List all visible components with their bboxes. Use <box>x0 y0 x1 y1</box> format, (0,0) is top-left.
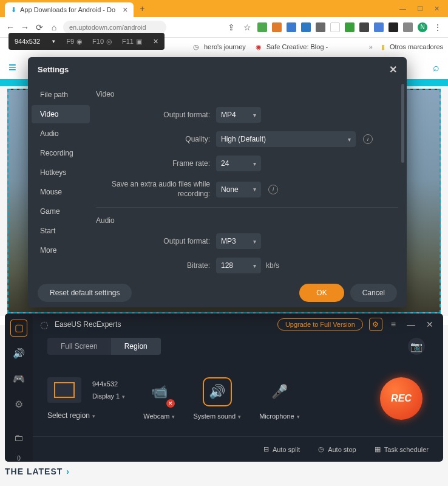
recorder-title: EaseUS RecExperts <box>55 320 121 329</box>
sidebar-item-video[interactable]: Video <box>32 105 90 123</box>
profile-avatar[interactable]: N <box>418 22 427 32</box>
sidebar-item-audio[interactable]: Audio <box>32 125 90 143</box>
bookmark-hero[interactable]: hero's journey <box>204 43 246 50</box>
settings-sidebar: File path Video Audio Recording Hotkeys … <box>28 81 93 278</box>
sidebar-item-start[interactable]: Start <box>32 222 90 240</box>
dev-f11[interactable]: F11▣ <box>117 38 147 46</box>
recorder-menu-icon[interactable]: ≡ <box>389 320 398 329</box>
dropdown-frame-rate[interactable]: 24▾ <box>216 156 261 171</box>
ext-icon[interactable] <box>316 22 325 32</box>
tab-close-icon[interactable]: × <box>123 5 127 15</box>
bookmark-otros[interactable]: Otros marcadores <box>390 43 443 50</box>
task-scheduler-button[interactable]: ▦Task scheduler <box>375 445 429 453</box>
bookmark-overflow-icon[interactable]: » <box>369 43 373 50</box>
scrollbar[interactable] <box>401 84 404 163</box>
menu-dots-icon[interactable]: ⋮ <box>432 22 443 33</box>
webcam-dropdown[interactable]: Webcam▾ <box>143 412 175 420</box>
search-icon[interactable]: ⌕ <box>433 61 440 74</box>
label-extra-audio: Save an extra audio files while recordin… <box>96 180 216 199</box>
maximize-icon[interactable]: ☐ <box>417 5 423 13</box>
sidebar-item-more[interactable]: More <box>32 241 90 259</box>
sound-col: 🔊 System sound▾ <box>193 377 241 420</box>
info-icon[interactable]: i <box>268 185 278 194</box>
webcam-col: 📹✕ Webcam▾ <box>143 377 175 420</box>
ext-icon[interactable] <box>301 22 311 32</box>
dropdown-audio-format[interactable]: MP3▾ <box>216 233 261 249</box>
reset-button[interactable]: Reset default settings <box>38 284 132 302</box>
sound-dropdown[interactable]: System sound▾ <box>193 412 241 420</box>
auto-split-button[interactable]: ⊟Auto split <box>263 445 300 453</box>
dev-close-icon[interactable]: ✕ <box>147 38 165 46</box>
rail-files-icon[interactable]: 🗀 <box>10 430 27 447</box>
upgrade-button[interactable]: Upgrade to Full Version <box>277 318 363 330</box>
auto-stop-button[interactable]: ◷Auto stop <box>318 445 356 453</box>
star-icon[interactable]: ☆ <box>242 22 253 33</box>
ext-icon[interactable] <box>345 22 355 32</box>
dropdown-quality[interactable]: High (Default)▾ <box>216 131 356 147</box>
dev-f10[interactable]: F10◎ <box>87 38 117 46</box>
dropdown-extra-audio[interactable]: None▾ <box>216 182 261 197</box>
webcam-icon[interactable]: 📹✕ <box>144 377 174 406</box>
ok-button[interactable]: OK <box>299 284 344 302</box>
rail-screen-icon[interactable]: ▢ <box>10 320 27 337</box>
hamburger-icon[interactable]: ≡ <box>8 60 16 75</box>
recorder-settings-icon[interactable]: ⚙ <box>369 318 382 331</box>
reload-icon[interactable]: ⟳ <box>34 22 45 33</box>
sidebar-item-file-path[interactable]: File path <box>32 86 90 104</box>
ext-icon[interactable] <box>272 22 282 32</box>
ext-icon[interactable] <box>374 22 384 32</box>
region-thumbnail[interactable] <box>47 377 81 403</box>
address-bar[interactable]: en.uptodown.com/android <box>63 21 166 34</box>
recorder-window: ▢ 🔊 🎮 ⚙ 🗀 0 ◌ EaseUS RecExperts Upgrade … <box>5 313 443 462</box>
region-block: 944x532 Display 1▾ Select region▾ <box>47 377 125 420</box>
browser-title-bar: ⬇ App Downloads for Android - Do × + — ☐… <box>0 0 448 17</box>
sidebar-item-game[interactable]: Game <box>32 202 90 221</box>
ext-icon[interactable] <box>359 22 369 32</box>
close-window-icon[interactable]: ✕ <box>434 5 440 13</box>
mic-col: 🎤 Microphone▾ <box>259 377 299 420</box>
dev-size-selector[interactable]: 944x532▾ <box>8 38 61 45</box>
rail-audio-icon[interactable]: 🔊 <box>10 345 27 362</box>
rail-settings-icon[interactable]: ⚙ <box>10 395 27 412</box>
screenshot-icon[interactable]: 📷 <box>408 338 425 355</box>
settings-title-bar: Settings ✕ <box>28 57 407 81</box>
back-icon[interactable]: ← <box>5 22 16 33</box>
ext-icon[interactable] <box>257 22 267 32</box>
settings-close-icon[interactable]: ✕ <box>389 64 397 75</box>
tab-region[interactable]: Region <box>111 338 161 355</box>
browser-tab[interactable]: ⬇ App Downloads for Android - Do × <box>5 2 134 17</box>
dev-toolbar: 944x532▾ F9◉ F10◎ F11▣ ✕ <box>8 33 165 50</box>
share-icon[interactable]: ⇪ <box>226 22 237 33</box>
tab-full-screen[interactable]: Full Screen <box>47 338 111 355</box>
new-tab-button[interactable]: + <box>140 4 144 13</box>
sidebar-item-mouse[interactable]: Mouse <box>32 183 90 201</box>
info-icon[interactable]: i <box>363 134 373 144</box>
label-quality: Quality: <box>96 135 216 143</box>
ext-icon[interactable] <box>287 22 296 32</box>
sidebar-item-hotkeys[interactable]: Hotkeys <box>32 163 90 182</box>
recorder-footer: ⊟Auto split ◷Auto stop ▦Task scheduler <box>33 436 443 462</box>
mic-dropdown[interactable]: Microphone▾ <box>259 412 299 420</box>
rail-game-icon[interactable]: 🎮 <box>10 371 27 388</box>
bookmark-safe[interactable]: Safe Creative: Blog - <box>266 43 328 50</box>
cancel-button[interactable]: Cancel <box>350 284 397 302</box>
dev-f9[interactable]: F9◉ <box>61 38 87 46</box>
disabled-badge-icon: ✕ <box>166 399 175 408</box>
ext-icon[interactable] <box>403 22 413 32</box>
dropdown-video-format[interactable]: MP4▾ <box>216 107 261 123</box>
recorder-close-icon[interactable]: ✕ <box>424 320 436 329</box>
minimize-icon[interactable]: — <box>399 5 406 13</box>
display-selector[interactable]: Display 1▾ <box>92 392 125 400</box>
home-icon[interactable]: ⌂ <box>49 22 59 33</box>
forward-icon[interactable]: → <box>19 22 30 33</box>
mode-tabs: Full Screen Region <box>47 338 161 355</box>
puzzle-icon[interactable] <box>389 22 398 32</box>
sidebar-item-recording[interactable]: Recording <box>32 144 90 162</box>
record-button[interactable]: REC <box>380 377 423 420</box>
dropdown-bitrate[interactable]: 128▾ <box>216 258 261 273</box>
ext-icon[interactable] <box>330 22 340 32</box>
microphone-icon[interactable]: 🎤 <box>265 377 294 406</box>
recorder-minimize-icon[interactable]: — <box>404 320 418 329</box>
select-region-dropdown[interactable]: Select region▾ <box>47 411 95 420</box>
system-sound-icon[interactable]: 🔊 <box>203 377 232 406</box>
